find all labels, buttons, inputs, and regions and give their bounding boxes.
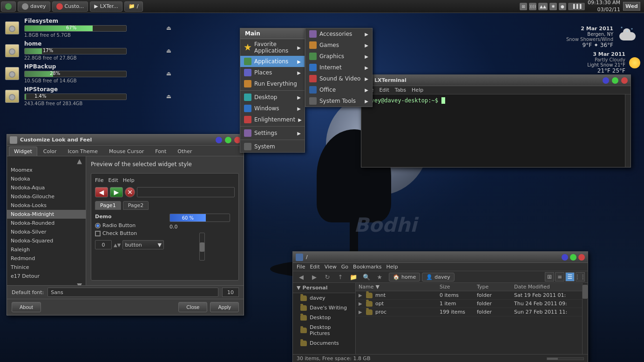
fm-fwd-btn[interactable]: ▶ [309,272,320,282]
tab-color[interactable]: Color [38,147,62,156]
tray-icon-3[interactable]: ✱ [549,3,557,10]
fm-minimize-button[interactable] [562,254,568,261]
menu-item-run[interactable]: Run Everything [240,78,305,89]
preview-menu-edit[interactable]: Edit [108,177,118,183]
radio-dot[interactable] [95,223,101,228]
submenu-item-accessories[interactable]: Accessories ▶ [305,28,372,40]
submenu-item-games[interactable]: Games ▶ [305,40,372,51]
fm-view-icons-btn[interactable]: ⊞ [545,272,554,282]
footer-size-input[interactable]: 10 [222,288,239,297]
theme-item-nodoka-silver[interactable]: Nodoka-Silver [7,228,86,236]
fm-header-date[interactable]: Date Modified [514,284,579,290]
apply-button[interactable]: Apply [210,302,239,312]
term-menu-edit[interactable]: Edit [379,87,389,93]
fm-view-compact-btn[interactable]: ≡ [555,272,564,282]
taskbar-terminal-btn[interactable]: ▶ LXTer... [90,1,122,12]
fm-view-list-btn[interactable]: ☰ [565,272,575,282]
demo-dropdown[interactable]: button ▼ [122,240,164,249]
menu-item-windows[interactable]: Windows ▶ [240,103,305,114]
tab-mouse-cursor[interactable]: Mouse Cursor [104,147,149,156]
about-button[interactable]: About [12,302,41,312]
preview-fwd-btn[interactable]: ▶ [110,187,123,197]
tray-icon-wifi[interactable]: ▲▲ [538,3,548,10]
close-dialog-button[interactable]: Close [178,302,207,312]
fm-close-button[interactable] [578,254,585,261]
list-scroll-up[interactable]: ▲ [7,156,86,166]
submenu-item-office[interactable]: Office ▶ [305,84,372,95]
fm-menu-file[interactable]: File [297,264,305,270]
submenu-item-internet[interactable]: Internet ▶ [305,62,372,73]
theme-item-nodoka-squared[interactable]: Nodoka-Squared [7,236,86,245]
list-scroll-down[interactable]: ▼ [7,281,86,285]
fm-home-btn[interactable]: 🏠 home [389,273,420,282]
tab-other[interactable]: Other [172,147,197,156]
fm-header-size[interactable]: Size [440,284,477,290]
theme-item-e17detour[interactable]: e17 Detour [7,272,86,281]
fm-header-name[interactable]: Name ▼ [359,284,440,290]
submenu-item-sound[interactable]: Sound & Video ▶ [305,73,372,84]
fm-menu-edit[interactable]: Edit [310,264,319,270]
fm-menu-go[interactable]: Go [341,264,348,270]
theme-item-nodoka-rounded[interactable]: Nodoka-Rounded [7,219,86,228]
fm-view-details-btn[interactable]: ⋮⋮ [576,272,585,282]
fm-header-type[interactable]: Type [477,284,514,290]
fm-maximize-button[interactable] [570,254,576,261]
fm-new-folder-btn[interactable]: 📁 [348,272,359,282]
demo-scrollbar[interactable] [199,233,205,261]
terminal-minimize-button[interactable] [603,77,609,84]
tray-icon-2[interactable]: )))) [529,3,536,10]
fm-scrollbar-v[interactable] [582,283,588,354]
fm-sidebar-documents[interactable]: Documents [293,338,355,348]
theme-item-nodoka[interactable]: Nodoka [7,174,86,183]
theme-item-redmond[interactable]: Redmond [7,254,86,263]
tab-widget[interactable]: Widget [9,147,37,156]
preview-stop-btn[interactable]: ✕ [125,187,135,197]
taskbar-logo[interactable] [1,1,16,12]
taskbar-davey-btn[interactable]: davey [18,1,50,12]
fm-reload-btn[interactable]: ↻ [322,272,333,282]
minimize-button[interactable] [216,137,222,143]
fm-menu-view[interactable]: View [325,264,337,270]
fm-back-btn[interactable]: ◀ [296,272,307,282]
terminal-body[interactable]: davey@davey-desktop:~$ [361,94,625,167]
fm-sidebar-davey[interactable]: davey [293,293,355,303]
fm-row-proc[interactable]: ▶ proc 199 items folder Sun 27 Feb 2011 … [356,308,582,316]
fm-up-btn[interactable]: ↑ [335,272,346,282]
preview-tab-2[interactable]: Page2 [123,201,149,210]
fm-davey-btn[interactable]: 👤 davey [422,273,454,282]
menu-item-favorites[interactable]: Favorite Applications ▶ [240,39,305,56]
menu-item-desktop[interactable]: Desktop ▶ [240,92,305,103]
submenu-item-graphics[interactable]: Graphics ▶ [305,51,372,62]
theme-item-raleigh[interactable]: Raleigh [7,245,86,254]
fm-row-opt[interactable]: ▶ opt 1 item folder Thu 24 Feb 2011 09: [356,300,582,308]
theme-item-nodoka-looks[interactable]: Nodoka-Looks [7,201,86,210]
fm-sidebar-daves-writing[interactable]: Dave's Writing [293,303,355,313]
footer-font-input[interactable]: Sans [47,288,218,297]
theme-item-thinice[interactable]: Thinice [7,263,86,272]
term-menu-help[interactable]: Help [412,87,423,93]
preview-tab-1[interactable]: Page1 [95,201,121,210]
preview-menu-help[interactable]: Help [123,177,135,183]
menu-item-applications[interactable]: Applications ▶ [240,56,305,67]
demo-number-input[interactable]: 0 [95,240,112,249]
fm-menu-bookmarks[interactable]: Bookmarks [353,264,381,270]
fm-sidebar-desktop-pictures[interactable]: Desktop Pictures [293,322,355,338]
fm-bookmark-btn[interactable]: ★ [374,272,385,282]
preview-address-bar[interactable] [137,187,235,197]
terminal-close-button[interactable] [621,77,628,84]
fm-sidebar-desktop[interactable]: Desktop [293,313,355,322]
fm-row-mnt[interactable]: ▶ mnt 0 items folder Sat 19 Feb 2011 01: [356,291,582,300]
terminal-maximize-button[interactable] [612,77,618,84]
theme-item-moomex[interactable]: Moomex [7,166,86,174]
taskbar-files-btn[interactable]: 📁 / [124,1,143,12]
theme-item-nodoka-aqua[interactable]: Nodoka-Aqua [7,183,86,192]
checkbox[interactable] [95,231,101,236]
preview-menu-file[interactable]: File [95,177,103,183]
preview-back-btn[interactable]: ◀ [95,187,108,197]
submenu-item-systemtools[interactable]: System Tools ▶ [305,95,372,107]
fm-scrollbar-h[interactable] [547,357,584,360]
tab-icon-theme[interactable]: Icon Theme [62,147,102,156]
theme-item-nodoka-gilouche[interactable]: Nodoka-Gilouche [7,192,86,201]
term-menu-tabs[interactable]: Tabs [395,87,406,93]
tray-volume[interactable]: ▐▐▐ [568,3,585,10]
